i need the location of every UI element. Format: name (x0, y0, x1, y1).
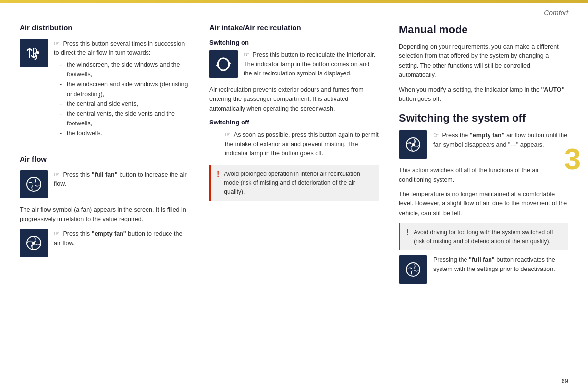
air-distribution-bullets: the windscreen, the side windows and the… (60, 60, 189, 138)
right-warning-text: Avoid driving for too long with the syst… (414, 228, 563, 245)
reactivate-text: Pressing the "full fan" button reactivat… (433, 255, 568, 274)
switching-off-text: ☞ As soon as possible, press this button… (225, 130, 379, 158)
air-flow-text-2: ☞ Press this "empty fan" button to reduc… (54, 229, 189, 248)
air-recirculate-icon (209, 50, 238, 78)
switching-off-instruction-row: ☞ As soon as possible, press this button… (209, 130, 379, 158)
svg-point-11 (412, 268, 415, 271)
air-flow-body: The air flow symbol (a fan) appears in t… (20, 205, 189, 224)
manual-mode-title: Manual mode (399, 24, 568, 36)
reactivate-instruction-row: Pressing the "full fan" button reactivat… (399, 255, 568, 284)
air-flow-full-fan-icon (20, 170, 48, 198)
main-content: Air distribution ⇅ ☞ Press this button s… (15, 15, 573, 377)
recirculate-svg (215, 55, 232, 73)
svg-point-1 (36, 51, 39, 54)
full-fan-svg (25, 175, 43, 193)
middle-warning-text: Avoid prolonged operation in interior ai… (224, 170, 373, 196)
air-recirculate-text: ☞ Press this button to recirculate the i… (244, 50, 379, 78)
bullet-4: the central vents, the side vents and th… (60, 109, 189, 128)
svg-point-3 (32, 183, 35, 186)
air-distribution-title: Air distribution (20, 24, 189, 32)
air-distribution-instruction-row: ⇅ ☞ Press this button several times in s… (20, 39, 189, 140)
reactivate-icon (399, 255, 427, 284)
manual-mode-body1: Depending on your requirements, you can … (399, 42, 568, 80)
bullet-1: the windscreen, the side windows and the… (60, 60, 189, 79)
column-right: Manual mode Depending on your requiremen… (389, 15, 573, 377)
middle-warning-box: ! Avoid prolonged operation in interior … (209, 165, 379, 201)
system-off-svg (404, 136, 422, 153)
air-flow-instruction-row-1: ☞ Press this "full fan" button to increa… (20, 170, 189, 198)
empty-fan-svg (25, 234, 43, 252)
system-off-text: ☞ Press the "empty fan" air flow button … (433, 130, 568, 149)
warning-icon-right: ! (406, 228, 409, 237)
system-off-instruction-row: ☞ Press the "empty fan" air flow button … (399, 130, 568, 159)
air-flow-instruction-row-2: ☞ Press this "empty fan" button to reduc… (20, 229, 189, 257)
system-off-body2: The temperature is no longer maintained … (399, 190, 568, 218)
right-warning-box: ! Avoid driving for too long with the sy… (399, 223, 568, 250)
top-bar (0, 0, 588, 3)
bullet-5: the footwells. (60, 128, 189, 138)
arrow-bullet-1: ☞ (54, 40, 60, 47)
switching-on-subtitle: Switching on (209, 39, 379, 46)
air-flow-text-1: ☞ Press this "full fan" button to increa… (54, 170, 189, 189)
reactivate-svg (404, 261, 422, 278)
bullet-2: the windscreen and side windows (demisti… (60, 79, 189, 99)
svg-point-9 (412, 143, 415, 146)
system-off-icon (399, 130, 427, 159)
switching-system-off-title: Switching the system off (399, 112, 568, 124)
system-off-body1: This action switches off all of the func… (399, 166, 568, 185)
air-recirculate-body: Air recirculation prevents exterior odou… (209, 85, 379, 114)
air-flow-empty-fan-icon (20, 229, 48, 257)
air-distribution-text: ☞ Press this button several times in suc… (54, 39, 189, 140)
page-number: 69 (562, 377, 568, 385)
air-recirculate-instruction-row: ☞ Press this button to recirculate the i… (209, 50, 379, 78)
switching-off-subtitle: Switching off (209, 119, 379, 126)
bullet-3: the central and side vents, (60, 99, 189, 109)
manual-mode-body2: When you modify a setting, the indicator… (399, 85, 568, 104)
air-distribution-svg: ⇅ (25, 44, 43, 62)
air-flow-title: Air flow (20, 155, 189, 163)
column-middle: Air intake/Air recirculation Switching o… (199, 15, 389, 377)
column-left: Air distribution ⇅ ☞ Press this button s… (15, 15, 199, 377)
svg-point-5 (32, 242, 35, 245)
auto-bold: "AUTO" (541, 86, 564, 93)
air-intake-title: Air intake/Air recirculation (209, 24, 379, 32)
air-distribution-icon: ⇅ (20, 39, 48, 67)
warning-icon-middle: ! (217, 170, 219, 179)
